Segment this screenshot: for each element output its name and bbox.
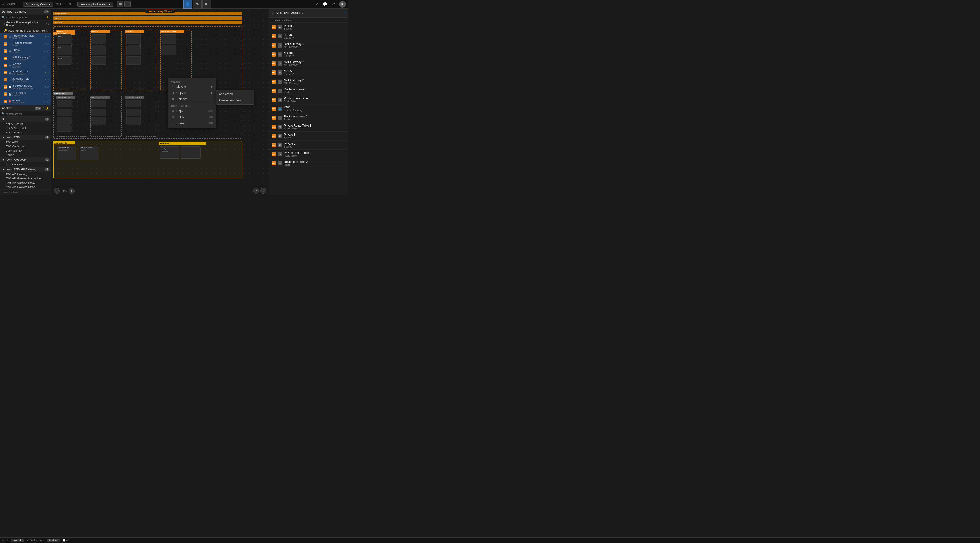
aws-logo-icon: aws <box>4 42 7 46</box>
list-item-alb-ingress[interactable]: aws 📋 alb-8080-ingressSecurity Group Rul… <box>0 83 51 91</box>
submenu-item-create-view[interactable]: Create new View ... <box>216 97 254 104</box>
chevron-down-icon: ▼ <box>2 158 5 161</box>
list-item-apptg[interactable]: aws 🎯 app-tgTarget Group ✓ ✓ <box>0 98 51 105</box>
asset-item-aws-api-gw-stage[interactable]: AWS API Gateway Stage <box>0 185 51 189</box>
assets-filter-icon[interactable]: ⚡ <box>45 107 49 110</box>
search-assets-input[interactable] <box>6 113 49 115</box>
list-item[interactable]: 🔑 AWS IAM Role: application-role ⓘ <box>0 28 51 33</box>
subnet-type-icon3: ▣ <box>278 143 282 147</box>
right-panel-item-si0181[interactable]: aws ◈ si-0181 Elastic IP <box>269 50 348 59</box>
discord-icon-button[interactable]: 💬 <box>322 1 329 8</box>
right-panel-item-nat-gw2[interactable]: aws ⬡ NAT Gateway 2 NAT Gateway <box>269 59 348 68</box>
list-item-app-lb[interactable]: aws ⚖ application-lbLoadbalancer ✓ ✓ <box>0 69 51 76</box>
copy-shortcut: ⌘C <box>208 110 213 113</box>
main-layout: DEFAULT OUTLINE 29 🔍 ⚡ ☐ Generic Frame: … <box>0 9 348 195</box>
eye-view-button[interactable]: 👁 <box>202 0 211 9</box>
assets-info-icon[interactable]: ? <box>43 107 44 110</box>
submenu-item-application[interactable]: application <box>216 91 254 97</box>
svg-text:Public 2: Public 2 <box>91 31 98 32</box>
flask-view-button[interactable]: ⚗ <box>193 0 202 9</box>
right-panel-item-route-internet[interactable]: aws → Route to Internet Route <box>269 86 348 95</box>
right-panel-item-private2[interactable]: aws ▣ Private 2 Subnet <box>269 141 348 150</box>
list-tool-button[interactable]: ≡ <box>124 1 130 7</box>
list-item-public1[interactable]: aws ▣ Public 1Subnet ✓ ✓ <box>0 48 51 55</box>
canvas-area[interactable]: Announcing Views create-condition si-ent… <box>51 9 269 195</box>
asset-group-aws-acm[interactable]: ▼ aws AWS ACM 1 <box>0 157 51 162</box>
nat-type-icon: ⬡ <box>278 43 282 48</box>
svg-text:application-alb: application-alb <box>58 147 69 149</box>
move-to-menu-item[interactable]: ⤷ Move to ▶ <box>169 84 216 90</box>
right-panel-item-si1350[interactable]: aws ◈ si-1350 Elastic IP <box>269 68 348 77</box>
aws-logo-icon: aws <box>4 100 7 103</box>
aws-logo-icon: aws <box>272 143 276 147</box>
asset-group-unnamed[interactable]: ▼ 3 <box>0 116 51 122</box>
delete-menu-item[interactable]: 🗑 Delete ⌫ <box>169 114 216 120</box>
svg-text:si-ent-1 ...: si-ent-1 ... <box>55 17 64 19</box>
list-item-si7989[interactable]: aws ◈ si-7989Elastic IP ✓ ✓ <box>0 62 51 69</box>
asset-item-aws-credential[interactable]: AWS Credential <box>0 144 51 148</box>
aws-logo-icon: aws <box>272 70 276 75</box>
help-icon-button[interactable]: ? <box>313 1 320 8</box>
grid-tool-button[interactable]: ⊞ <box>117 1 124 7</box>
asset-item-region[interactable]: Region <box>0 153 51 157</box>
zoom-out-button[interactable]: − <box>54 188 60 194</box>
right-panel-item-private3[interactable]: aws ▣ Private 3 Subnet <box>269 132 348 141</box>
erase-menu-item[interactable]: ◇ Erase ⌘E <box>169 120 216 127</box>
svg-rect-56 <box>126 100 141 107</box>
asset-item-aws-api-gw-route[interactable]: AWS API Gateway Route <box>0 180 51 185</box>
asset-item-notlify-account[interactable]: Notlify Account <box>0 122 51 126</box>
right-panel-item-public-rt[interactable]: aws ⊞ Public Route Table Route Table <box>269 95 348 104</box>
bottom-bar: − 38% + ? ↓ <box>51 186 269 195</box>
asset-item-caller-identity[interactable]: Caller Identity <box>0 148 51 153</box>
info-icon2[interactable]: ⓘ <box>46 29 48 32</box>
right-panel-item-igw[interactable]: aws 🌐 IGW Internet Gateway <box>269 104 348 113</box>
asset-item-aws-api-gateway[interactable]: AWS API Gateway <box>0 172 51 176</box>
info-icon[interactable]: ⓘ <box>46 22 49 26</box>
workspace-select[interactable]: Announcing Views ▼ <box>23 2 53 7</box>
views-section-label: VIEWS <box>169 79 216 84</box>
right-panel-item-route-internet3[interactable]: aws → Route to Internet 3 Route <box>269 113 348 123</box>
canvas-help-button[interactable]: ? <box>253 188 259 194</box>
canvas-download-button[interactable]: ↓ <box>260 188 266 194</box>
component-list: ☐ Generic Frame: Application Frame ⓘ 🔑 A… <box>0 20 51 105</box>
asset-item-aws-arn[interactable]: AWS ARN <box>0 140 51 144</box>
move-to-item[interactable]: ⤷ Move to ▶ <box>169 84 216 90</box>
list-item-http8080[interactable]: aws 📡 HTTP:8080Listener ✓ ✓ <box>0 91 51 98</box>
people-view-button[interactable]: 👤 <box>183 0 192 9</box>
changeset-select[interactable]: create-application-view ▼ <box>77 2 113 7</box>
asset-group-aws[interactable]: ▼ aws AWS 4 <box>0 135 51 140</box>
right-panel-item-nat-gw3[interactable]: aws ⬡ NAT Gateway 3 NAT Gateway <box>269 77 348 86</box>
right-panel-item-private-rt2[interactable]: aws ⊞ Private Route Table 2 Route Table <box>269 150 348 159</box>
asset-item-notlify-member[interactable]: Notlify Member <box>0 131 51 135</box>
asset-item-acm-cert[interactable]: ACM Certificate <box>0 162 51 167</box>
asset-item-notlify-credential[interactable]: Notlify Credential <box>0 126 51 131</box>
list-item-app-alb[interactable]: aws 🛡 application-albSecurity Group ✓ ✓ <box>0 76 51 83</box>
check-icon2: ✓ <box>47 57 49 60</box>
copy-to-menu-item[interactable]: ⊕ Copy to ▶ <box>169 90 216 96</box>
asset-item-aws-api-gw-integration[interactable]: AWS API Gateway Integration <box>0 176 51 180</box>
search-components-input[interactable] <box>6 16 45 19</box>
copy-to-item[interactable]: ⊕ Copy to ▶ application Create new View … <box>169 90 216 96</box>
right-panel-item-nat-gw1[interactable]: aws ⬡ NAT Gateway 1 NAT Gateway <box>269 41 348 50</box>
right-panel-item-si7989[interactable]: aws ◈ si-7989 Elastic IP <box>269 32 348 41</box>
list-item-public-route-table[interactable]: aws ⊞ Public Route TableRoute Table ✓ ✓ <box>0 33 51 40</box>
list-item[interactable]: ☐ Generic Frame: Application Frame ⓘ <box>0 20 51 28</box>
settings-icon-button[interactable]: ⚙ <box>331 1 337 8</box>
zoom-in-button[interactable]: + <box>69 188 75 194</box>
right-panel-item-route-internet2[interactable]: aws → Route to Internet 2 Route <box>269 159 348 168</box>
nat-type-icon2: ⬡ <box>278 61 282 66</box>
add-asset-button[interactable]: + <box>343 11 345 16</box>
aws-logo-icon: aws <box>7 168 12 171</box>
right-panel-item-public1[interactable]: aws ▣ Public 1 Subnet <box>269 23 348 32</box>
check-icon: ✓ <box>44 72 46 74</box>
list-item-nat-gw1[interactable]: aws ⬡ NAT Gateway 1NAT Gateway ✓ ✓ <box>0 55 51 62</box>
avatar-button[interactable]: P <box>339 1 346 8</box>
remove-menu-item[interactable]: ✕ Remove <box>169 96 216 102</box>
copy-menu-item[interactable]: ⧉ Copy ⌘C <box>169 108 216 114</box>
filter-icon[interactable]: ⚡ <box>46 16 49 19</box>
right-panel-item-private-rt3[interactable]: aws ⊞ Private Route Table 3 Route Table <box>269 123 348 132</box>
asset-group-aws-api-gw[interactable]: ▼ aws AWS API Gateway 4 <box>0 167 51 172</box>
assets-count-badge: 135 <box>35 107 41 110</box>
svg-rect-51 <box>92 109 106 116</box>
list-item-route-internet[interactable]: aws → Route to InternetRoute ✓ ✓ <box>0 40 51 48</box>
